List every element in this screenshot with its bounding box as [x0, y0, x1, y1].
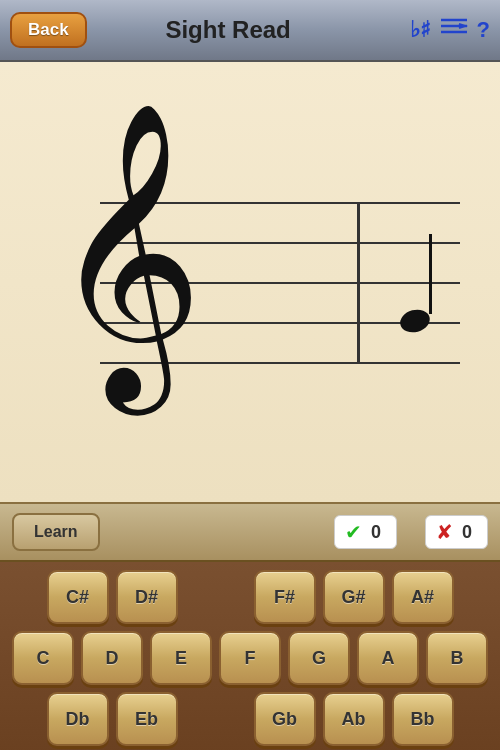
keyboard: C# D# F# G# A# C D E F G A B Db Eb Gb Ab…: [0, 562, 500, 750]
page-title: Sight Read: [47, 16, 410, 44]
controls-bar: Learn ✔ 0 ✘ 0: [0, 502, 500, 562]
note-head: [398, 306, 433, 335]
key-c[interactable]: C: [12, 631, 74, 685]
wrong-icon: ✘: [436, 520, 453, 544]
staff-settings-icon[interactable]: [439, 16, 469, 44]
key-a-flat[interactable]: Ab: [323, 692, 385, 746]
staff-container: 𝄞: [40, 202, 460, 402]
key-g-sharp[interactable]: G#: [323, 570, 385, 624]
key-b-flat[interactable]: Bb: [392, 692, 454, 746]
key-d-flat[interactable]: Db: [47, 692, 109, 746]
help-icon[interactable]: ?: [477, 17, 490, 43]
keyboard-row-naturals: C D E F G A B: [8, 631, 492, 685]
key-g-flat[interactable]: Gb: [254, 692, 316, 746]
key-d[interactable]: D: [81, 631, 143, 685]
key-e[interactable]: E: [150, 631, 212, 685]
treble-clef: 𝄞: [50, 122, 204, 382]
key-f-sharp[interactable]: F#: [254, 570, 316, 624]
header: Back Sight Read ♭♯ ?: [0, 0, 500, 62]
music-note: [400, 310, 430, 332]
correct-score: 0: [366, 522, 386, 543]
accidental-icon[interactable]: ♭♯: [410, 17, 431, 43]
header-icons: ♭♯ ?: [410, 16, 490, 44]
wrong-score: 0: [457, 522, 477, 543]
correct-icon: ✔: [345, 520, 362, 544]
key-c-sharp[interactable]: C#: [47, 570, 109, 624]
key-spacer-1: [185, 570, 247, 624]
key-d-sharp[interactable]: D#: [116, 570, 178, 624]
wrong-score-box: ✘ 0: [425, 515, 488, 549]
key-f[interactable]: F: [219, 631, 281, 685]
correct-score-box: ✔ 0: [334, 515, 397, 549]
note-stem: [429, 234, 432, 314]
key-b[interactable]: B: [426, 631, 488, 685]
key-a-sharp[interactable]: A#: [392, 570, 454, 624]
keyboard-row-sharps: C# D# F# G# A#: [8, 570, 492, 624]
staff-area: 𝄞: [0, 62, 500, 502]
learn-button[interactable]: Learn: [12, 513, 100, 551]
bar-line: [357, 202, 360, 362]
key-e-flat[interactable]: Eb: [116, 692, 178, 746]
keyboard-row-flats: Db Eb Gb Ab Bb: [8, 692, 492, 746]
key-spacer-2: [185, 692, 247, 746]
key-g[interactable]: G: [288, 631, 350, 685]
key-a[interactable]: A: [357, 631, 419, 685]
